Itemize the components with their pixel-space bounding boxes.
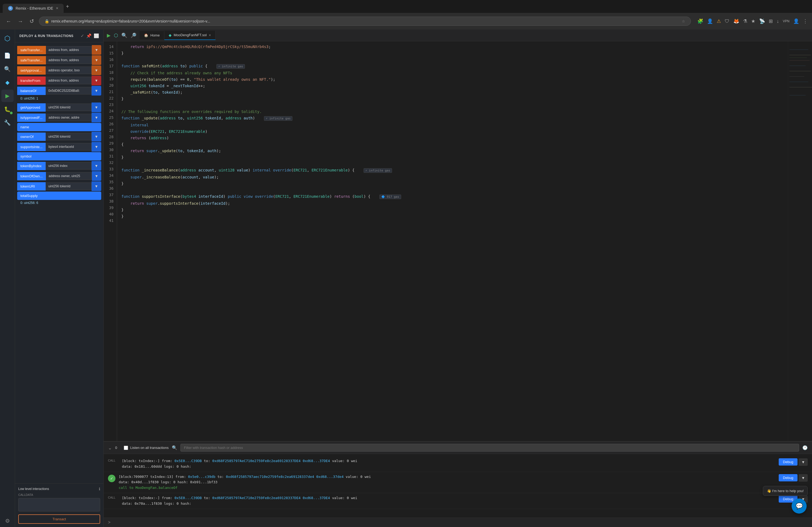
sidebar-item-file-explorer[interactable]: 📄	[1, 49, 14, 62]
expand-btn-2[interactable]: ▼	[799, 474, 808, 482]
run-button[interactable]: ▶	[106, 31, 112, 40]
func-input-setapproval[interactable]	[46, 66, 91, 74]
zoom-in-button[interactable]: 🔎	[129, 31, 137, 40]
func-input-ownerof[interactable]	[46, 133, 91, 140]
func-btn-safetransfer2[interactable]: safeTransfer...	[17, 56, 46, 64]
func-input-supportsinte[interactable]	[46, 143, 91, 151]
func-item-tokenofown: tokenOfOwn... ▼	[17, 171, 101, 181]
console-search-icon[interactable]: 🔍	[172, 445, 177, 450]
func-input-tokenofown[interactable]	[46, 172, 92, 180]
func-input-transferfrom[interactable]	[46, 77, 91, 84]
profile-icon[interactable]: 👤	[707, 18, 713, 24]
func-expand-ownerof[interactable]: ▼	[91, 132, 101, 141]
console-filter-input[interactable]	[180, 444, 799, 452]
sidebar-item-settings[interactable]: ⚙	[1, 515, 14, 527]
func-result-balanceof: 0: uint256: 1	[17, 95, 101, 102]
sidebar-item-compile[interactable]: ◆	[1, 76, 14, 89]
address-bar[interactable]: 🔒 remix.ethereum.org/#lang=en&optimize=f…	[39, 17, 691, 26]
forward-button[interactable]: →	[16, 17, 25, 26]
func-input-getapproved[interactable]	[46, 104, 91, 111]
func-btn-supportsinte[interactable]: supportsInte...	[17, 143, 46, 151]
remix-icon[interactable]: ⚗	[743, 18, 747, 24]
console-input[interactable]	[113, 521, 808, 525]
func-expand-tokenofown[interactable]: ▼	[92, 171, 101, 181]
func-input-balanceof[interactable]	[46, 87, 91, 94]
console-collapse-btn[interactable]: ⌄	[108, 445, 112, 451]
func-input-safetransfer2[interactable]	[46, 56, 92, 64]
debug-btn-1[interactable]: Debug	[779, 458, 798, 466]
split-icon[interactable]: ⊞	[769, 18, 773, 24]
func-btn-setapproval[interactable]: setApproval...	[17, 66, 46, 75]
tab-home-label: Home	[150, 33, 160, 37]
func-expand-safetransfer2[interactable]: ▼	[92, 55, 101, 65]
expand-panel-icon[interactable]: ⬜	[94, 33, 99, 39]
new-tab-button[interactable]: +	[64, 1, 71, 12]
sidebar-item-debug[interactable]: 🐛	[1, 103, 14, 115]
tab-moodengfan-close[interactable]: ×	[209, 33, 211, 37]
func-btn-transferfrom[interactable]: transferFrom	[17, 76, 46, 85]
bookmark-icon[interactable]: ☆	[682, 19, 685, 23]
func-row-name: name	[17, 123, 101, 131]
func-expand-tokenbyindex[interactable]: ▼	[91, 161, 101, 171]
tab-moodengfan[interactable]: ◆ MooDengFanNFT.sol ×	[164, 31, 216, 40]
func-btn-getapproved[interactable]: getApproved	[17, 103, 46, 111]
extensions-icon[interactable]: 🧩	[697, 18, 703, 24]
func-btn-isapprovedf[interactable]: isApprovedF...	[17, 114, 46, 122]
func-expand-transferfrom[interactable]: ▼	[91, 76, 101, 85]
sidebar-item-deploy[interactable]: ▶	[1, 90, 14, 102]
metamask-icon[interactable]: 🦊	[733, 18, 739, 24]
tab-home[interactable]: 🏠 Home	[140, 31, 164, 40]
func-expand-getapproved[interactable]: ▼	[91, 103, 101, 112]
func-expand-supportsinte[interactable]: ▼	[91, 142, 101, 152]
func-btn-tokenofown[interactable]: tokenOfOwn...	[17, 172, 46, 180]
cast-icon[interactable]: 📡	[759, 18, 765, 24]
transact-button[interactable]: Transact	[18, 514, 100, 524]
func-btn-balanceof[interactable]: balanceOf	[17, 87, 46, 95]
func-expand-isapprovedf[interactable]: ▼	[91, 113, 101, 122]
code-line-38: return super.supportsInterface(interface…	[121, 200, 784, 207]
listen-all-label[interactable]: Listen on all transactions	[130, 446, 169, 450]
browser-nav: ← → ↺ 🔒 remix.ethereum.org/#lang=en&opti…	[0, 13, 812, 30]
menu-icon[interactable]: ⋮	[803, 18, 808, 24]
func-expand-setapproval[interactable]: ▼	[91, 65, 101, 75]
account-icon[interactable]: 👤	[793, 18, 799, 24]
calldata-input[interactable]	[18, 498, 100, 511]
func-row-symbol: symbol	[17, 152, 101, 161]
sidebar-item-search[interactable]: 🔍	[1, 63, 14, 75]
code-content[interactable]: return ipfs://QmPHc4tcbsHQLRdcQ(rfmPed4D…	[117, 41, 788, 441]
func-item-name: name	[17, 123, 101, 131]
func-input-safetransfer1[interactable]	[46, 46, 92, 54]
remix-icon-button[interactable]: ⬡	[113, 31, 119, 40]
func-expand-balanceof[interactable]: ▼	[91, 86, 101, 95]
func-btn-totalsupply[interactable]: totalSupply	[17, 192, 101, 200]
listen-all-checkbox[interactable]	[124, 446, 128, 450]
star-icon[interactable]: ★	[751, 18, 755, 24]
back-button[interactable]: ←	[4, 17, 13, 26]
sidebar-item-plugins[interactable]: 🔧	[1, 117, 14, 129]
func-btn-safetransfer1[interactable]: safeTransfer...	[17, 46, 46, 54]
func-expand-safetransfer1[interactable]: ▼	[92, 45, 101, 55]
expand-btn-1[interactable]: ▼	[799, 458, 808, 466]
check-icon[interactable]: ✓	[81, 33, 84, 39]
func-input-tokenuri[interactable]	[46, 182, 91, 190]
tab-close-btn[interactable]: ×	[56, 6, 58, 11]
console-timestamp-icon[interactable]: 🕐	[802, 445, 808, 450]
debug-btn-2[interactable]: Debug	[779, 474, 798, 481]
func-btn-symbol[interactable]: symbol	[17, 152, 101, 161]
func-btn-tokenbyindex[interactable]: tokenByIndex	[17, 162, 46, 170]
func-btn-tokenuri[interactable]: tokenURI	[17, 182, 46, 191]
download-icon[interactable]: ↓	[777, 18, 779, 24]
low-level-info-icon[interactable]: ℹ	[99, 487, 100, 491]
ai-chat-button[interactable]: 💬	[792, 499, 807, 514]
func-btn-ownerof[interactable]: ownerOf	[17, 133, 46, 141]
zoom-out-button[interactable]: 🔍	[120, 31, 128, 40]
shield-icon[interactable]: 🛡	[725, 18, 729, 24]
func-expand-tokenuri[interactable]: ▼	[91, 181, 101, 191]
reload-button[interactable]: ↺	[28, 16, 36, 26]
func-input-isapprovedf[interactable]	[46, 114, 91, 121]
minimap	[788, 41, 812, 441]
browser-tab-active[interactable]: R Remix - Ethereum IDE ×	[3, 4, 64, 13]
pin-icon[interactable]: 📌	[86, 33, 91, 39]
func-btn-name[interactable]: name	[17, 123, 101, 131]
func-input-tokenbyindex[interactable]	[46, 162, 91, 169]
